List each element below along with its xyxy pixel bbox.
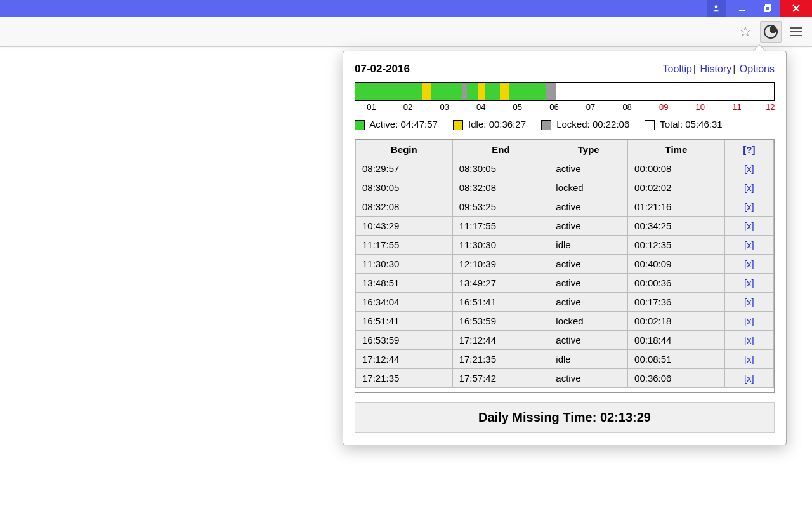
- col-time: Time: [628, 140, 725, 159]
- timeline-ticks: 010203040506070809101112: [355, 102, 775, 114]
- cell-begin: 16:34:04: [356, 293, 453, 312]
- timeline-segment-active: [509, 83, 546, 100]
- cell-end: 09:53:25: [452, 197, 549, 217]
- time-tracker-popup: 07-02-2016 Tooltip| History| Options 010…: [343, 51, 787, 445]
- cell-end: 08:32:08: [452, 178, 549, 197]
- cell-time: 01:21:16: [628, 197, 725, 217]
- tick-label: 11: [732, 102, 741, 112]
- legend-locked: Locked: 00:22:06: [541, 119, 629, 130]
- table-row: 17:21:3517:57:42active00:36:06[x]: [356, 369, 774, 388]
- timeline-segment-locked: [546, 83, 556, 100]
- cell-delete[interactable]: [x]: [724, 331, 773, 350]
- col-help[interactable]: [?]: [724, 140, 773, 159]
- cell-delete[interactable]: [x]: [724, 274, 773, 293]
- cell-type: active: [549, 274, 628, 293]
- extension-clock-icon[interactable]: [760, 21, 782, 43]
- legend: Active: 04:47:57 Idle: 00:36:27 Locked: …: [355, 119, 775, 130]
- menu-hamburger-icon[interactable]: [785, 21, 807, 43]
- tick-label: 02: [403, 102, 412, 112]
- cell-time: 00:00:36: [628, 274, 725, 293]
- tick-label: 06: [549, 102, 558, 112]
- cell-time: 00:12:35: [628, 236, 725, 255]
- cell-end: 08:30:05: [452, 159, 549, 178]
- cell-begin: 16:53:59: [356, 331, 453, 350]
- timeline-segment-active: [485, 83, 499, 100]
- tick-label: 09: [659, 102, 668, 112]
- cell-time: 00:18:44: [628, 331, 725, 350]
- table-row: 16:51:4116:53:59locked00:02:18[x]: [356, 312, 774, 331]
- tick-label: 10: [696, 102, 705, 112]
- cell-type: idle: [549, 350, 628, 369]
- svg-rect-3: [766, 5, 771, 10]
- col-end: End: [452, 140, 549, 159]
- tooltip-link[interactable]: Tooltip: [663, 64, 692, 74]
- cell-end: 13:49:27: [452, 274, 549, 293]
- table-row: 17:12:4417:21:35idle00:08:51[x]: [356, 350, 774, 369]
- minimize-button[interactable]: [730, 0, 755, 17]
- activity-table-scroll[interactable]: Begin End Type Time [?] 08:29:5708:30:05…: [355, 140, 774, 392]
- cell-delete[interactable]: [x]: [724, 369, 773, 388]
- cell-begin: 11:17:55: [356, 236, 453, 255]
- svg-line-4: [793, 5, 799, 11]
- daily-missing-footer: Daily Missing Time: 02:13:29: [355, 402, 775, 433]
- cell-end: 11:17:55: [452, 217, 549, 236]
- table-row: 08:29:5708:30:05active00:00:08[x]: [356, 159, 774, 178]
- cell-time: 00:34:25: [628, 217, 725, 236]
- table-row: 08:32:0809:53:25active01:21:16[x]: [356, 197, 774, 217]
- cell-end: 16:53:59: [452, 312, 549, 331]
- close-button[interactable]: [780, 0, 812, 17]
- table-row: 16:34:0416:51:41active00:17:36[x]: [356, 293, 774, 312]
- table-row: 16:53:5917:12:44active00:18:44[x]: [356, 331, 774, 350]
- cell-begin: 13:48:51: [356, 274, 453, 293]
- cell-delete[interactable]: [x]: [724, 255, 773, 274]
- activity-table: Begin End Type Time [?] 08:29:5708:30:05…: [355, 140, 774, 388]
- cell-type: active: [549, 331, 628, 350]
- popup-date: 07-02-2016: [355, 63, 410, 76]
- cell-delete[interactable]: [x]: [724, 217, 773, 236]
- maximize-button[interactable]: [755, 0, 780, 17]
- cell-delete[interactable]: [x]: [724, 312, 773, 331]
- cell-begin: 08:29:57: [356, 159, 453, 178]
- bookmark-star-icon[interactable]: ☆: [735, 21, 756, 43]
- options-link[interactable]: Options: [740, 64, 775, 74]
- tick-label: 01: [367, 102, 376, 112]
- svg-rect-2: [764, 6, 769, 11]
- legend-total: Total: 05:46:31: [645, 119, 722, 130]
- col-begin: Begin: [356, 140, 453, 159]
- cell-delete[interactable]: [x]: [724, 197, 773, 217]
- cell-begin: 08:30:05: [356, 178, 453, 197]
- cell-type: idle: [549, 236, 628, 255]
- cell-begin: 17:12:44: [356, 350, 453, 369]
- cell-end: 16:51:41: [452, 293, 549, 312]
- table-row: 11:17:5511:30:30idle00:12:35[x]: [356, 236, 774, 255]
- cell-type: active: [549, 197, 628, 217]
- cell-begin: 10:43:29: [356, 217, 453, 236]
- cell-delete[interactable]: [x]: [724, 293, 773, 312]
- cell-delete[interactable]: [x]: [724, 159, 773, 178]
- popup-links: Tooltip| History| Options: [663, 64, 775, 75]
- cell-delete[interactable]: [x]: [724, 178, 773, 197]
- timeline-segment-idle: [478, 83, 485, 100]
- timeline-segment-idle: [500, 83, 509, 100]
- tick-label: 07: [586, 102, 595, 112]
- cell-end: 11:30:30: [452, 236, 549, 255]
- history-link[interactable]: History: [700, 64, 731, 74]
- cell-time: 00:17:36: [628, 293, 725, 312]
- svg-line-5: [793, 5, 799, 11]
- cell-end: 17:57:42: [452, 369, 549, 388]
- cell-type: locked: [549, 178, 628, 197]
- timeline-bar: [355, 82, 775, 101]
- timeline-segment-active: [355, 83, 422, 100]
- cell-delete[interactable]: [x]: [724, 350, 773, 369]
- timeline-segment-active: [467, 83, 478, 100]
- table-row: 10:43:2911:17:55active00:34:25[x]: [356, 217, 774, 236]
- cell-delete[interactable]: [x]: [724, 236, 773, 255]
- cell-type: locked: [549, 312, 628, 331]
- legend-idle: Idle: 00:36:27: [453, 119, 526, 130]
- user-icon[interactable]: [707, 0, 726, 17]
- cell-time: 00:08:51: [628, 350, 725, 369]
- svg-point-0: [715, 5, 718, 8]
- cell-time: 00:36:06: [628, 369, 725, 388]
- tick-label: 04: [476, 102, 485, 112]
- svg-rect-1: [739, 10, 745, 11]
